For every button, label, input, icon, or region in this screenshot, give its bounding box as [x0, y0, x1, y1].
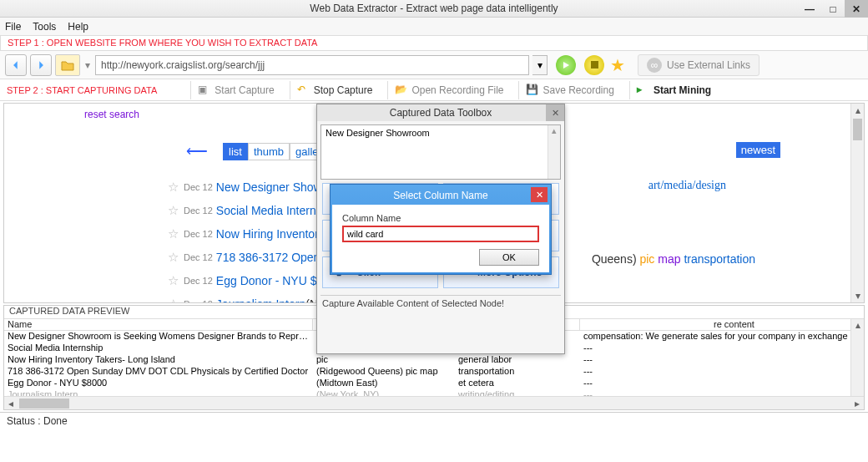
location-text: Queens) [592, 252, 640, 266]
post-date: Dec 12 [184, 206, 213, 216]
stop-capture-button[interactable]: ↶Stop Capture [290, 81, 380, 99]
favorite-icon[interactable]: ★ [608, 55, 628, 75]
post-date: Dec 12 [184, 252, 213, 262]
external-links-label: Use External Links [667, 59, 750, 71]
preview-hscroll[interactable]: ◂ ▸ [4, 396, 864, 409]
scroll-right-icon[interactable]: ▸ [850, 397, 864, 409]
menu-tools[interactable]: Tools [33, 21, 56, 33]
scroll-thumb[interactable] [19, 399, 69, 409]
scroll-thumb[interactable] [853, 119, 862, 140]
column-name-label: Column Name [342, 213, 539, 223]
menubar: File Tools Help [0, 18, 868, 36]
ok-button[interactable]: OK [479, 249, 539, 266]
step1-label: STEP 1 : OPEN WEBSITE FROM WHERE YOU WIS… [0, 36, 868, 51]
column-name-input[interactable] [342, 226, 539, 242]
arrow-left-icon[interactable]: ⟵ [186, 142, 208, 160]
capture-icon: ▣ [198, 84, 211, 97]
star-icon[interactable]: ☆ [168, 226, 179, 241]
start-mining-button[interactable]: ▸Start Mining [629, 81, 718, 99]
navbar: ▾ http://newyork.craigslist.org/search/j… [0, 51, 868, 79]
modal-title: Select Column Name ✕ [332, 186, 549, 205]
post-date: Dec 12 [184, 299, 213, 303]
open-recording-button[interactable]: 📂Open Recording File [387, 81, 510, 99]
status-bar: Status : Done [0, 412, 868, 429]
post-date: Dec 12 [184, 182, 213, 192]
folder-open-icon: 📂 [395, 84, 408, 97]
toolbox-close-button[interactable]: ✕ [546, 104, 564, 121]
url-dropdown-icon[interactable]: ▾ [532, 55, 548, 75]
star-icon[interactable]: ☆ [168, 180, 179, 195]
menu-file[interactable]: File [5, 21, 21, 33]
star-icon[interactable]: ☆ [168, 297, 179, 303]
category-link[interactable]: transportation [684, 252, 755, 266]
step2-label: STEP 2 : START CAPTURING DATA [7, 85, 157, 95]
col-4[interactable]: re content [580, 319, 864, 330]
preview-row[interactable]: Now Hiring Inventory Takers- Long Island… [4, 354, 864, 366]
browser-scrollbar[interactable]: ▴ ▾ [850, 104, 864, 302]
reset-search-link[interactable]: reset search [84, 109, 139, 120]
toolbox-footer: Capture Available Content of Selected No… [320, 295, 561, 313]
url-input[interactable]: http://newyork.craigslist.org/search/jjj [95, 55, 529, 75]
undo-icon: ↶ [297, 84, 310, 97]
view-tab-thumb[interactable]: thumb [248, 143, 290, 160]
link-icon: ∞ [647, 58, 662, 73]
save-recording-button[interactable]: 💾Save Recording [518, 81, 620, 99]
svg-rect-0 [591, 61, 598, 69]
start-capture-button[interactable]: ▣Start Capture [190, 81, 280, 99]
star-icon[interactable]: ☆ [168, 250, 179, 265]
post-date: Dec 12 [184, 276, 213, 286]
select-column-modal: Select Column Name ✕ Column Name OK [330, 184, 552, 275]
toolbox-text: New Designer Showroom [326, 128, 430, 138]
star-icon[interactable]: ☆ [168, 203, 179, 218]
minimize-button[interactable]: — [798, 0, 821, 18]
window-title: Web Data Extractor - Extract web page da… [310, 3, 558, 14]
view-tab-list[interactable]: list [223, 143, 248, 160]
preview-row[interactable]: 718 386-3172 Open Sunday DMV DOT CDL Phy… [4, 366, 864, 378]
stop-button[interactable] [584, 55, 604, 75]
sort-newest[interactable]: newest [736, 142, 780, 158]
maximize-button[interactable]: □ [821, 0, 845, 18]
toolbox-title: Captured Data Toolbox ✕ [317, 104, 564, 121]
post-meta: Queens) pic map transportation [592, 252, 755, 267]
category-link[interactable]: art/media/design [648, 179, 726, 192]
save-icon: 💾 [526, 84, 539, 97]
open-folder-button[interactable] [55, 54, 80, 76]
go-button[interactable] [556, 55, 576, 75]
preview-vscroll[interactable]: ▴ [850, 319, 864, 396]
map-link[interactable]: map [658, 252, 684, 266]
scroll-down-icon[interactable]: ▾ [851, 289, 864, 302]
scroll-up-icon[interactable]: ▴ [851, 104, 864, 117]
use-external-links[interactable]: ∞ Use External Links [638, 54, 760, 76]
toolbox-text-area[interactable]: New Designer Showroom ▴ [320, 124, 561, 180]
post-title[interactable]: Journalism Intern [216, 297, 305, 303]
close-button[interactable]: ✕ [845, 0, 868, 18]
menu-help[interactable]: Help [68, 21, 88, 33]
toolbox-text-scroll[interactable]: ▴ [548, 125, 560, 179]
scroll-up-icon[interactable]: ▴ [851, 319, 864, 331]
col-name[interactable]: Name [4, 319, 313, 330]
forward-button[interactable] [30, 54, 52, 76]
scroll-left-icon[interactable]: ◂ [4, 397, 18, 409]
preview-row[interactable]: Egg Donor - NYU $8000(Midtown East)et ce… [4, 378, 864, 389]
folder-dropdown-icon[interactable]: ▾ [83, 59, 92, 71]
modal-close-button[interactable]: ✕ [531, 187, 548, 202]
titlebar: Web Data Extractor - Extract web page da… [0, 0, 868, 18]
play-icon: ▸ [637, 84, 650, 97]
post-date: Dec 12 [184, 229, 213, 239]
pic-link[interactable]: pic [639, 252, 658, 266]
back-button[interactable] [5, 54, 27, 76]
star-icon[interactable]: ☆ [168, 273, 179, 288]
step2-bar: STEP 2 : START CAPTURING DATA ▣Start Cap… [0, 79, 868, 101]
